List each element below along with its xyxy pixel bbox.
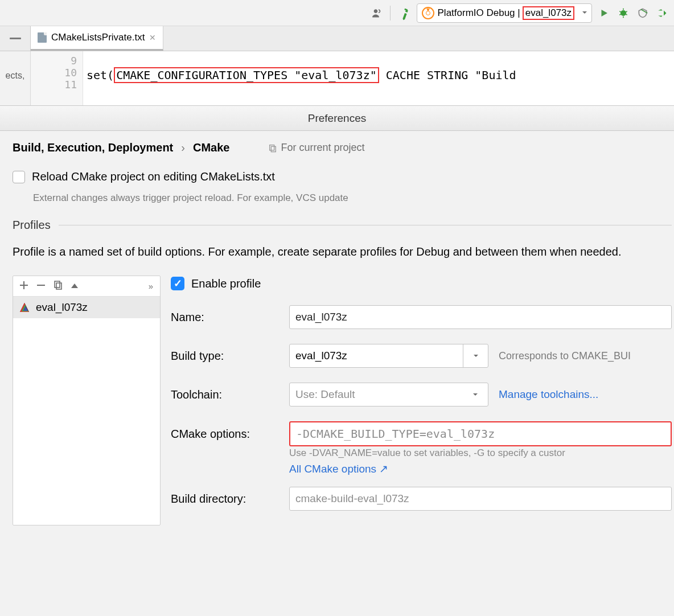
profiles-section-header: Profiles: [13, 219, 672, 232]
profile-list-toolbar: »: [13, 276, 160, 297]
editor-tabbar: CMakeListsPrivate.txt ✕: [0, 26, 674, 51]
crumb-page: CMake: [193, 141, 229, 154]
svg-rect-2: [270, 145, 274, 150]
builddir-input[interactable]: cmake-build-eval_l073z: [289, 487, 672, 511]
enable-profile-row[interactable]: ✓ Enable profile: [171, 277, 672, 290]
editor-area: ects, 9 10 11 set(CMAKE_CONFIGURATION_TY…: [0, 51, 674, 106]
cmakeopts-row: CMake options: -DCMAKE_BUILD_TYPE=eval_l…: [171, 421, 672, 446]
profile-form: ✓ Enable profile Name: eval_l073z Build …: [171, 276, 672, 525]
toolchain-label: Toolchain:: [171, 388, 279, 401]
divider: [59, 225, 672, 225]
profiles-intro-text: Profile is a named set of build options.…: [13, 243, 672, 261]
line-number: 10: [31, 67, 77, 79]
platformio-icon: [422, 7, 434, 19]
breadcrumb-trail[interactable]: ects,: [0, 51, 31, 105]
line-number: 11: [31, 79, 77, 91]
cmakeopts-label: CMake options:: [171, 428, 279, 441]
scope-indicator: For current project: [268, 142, 364, 154]
profile-list-empty: [13, 318, 160, 525]
reload-checkbox-row[interactable]: Reload CMake project on editing CMakeLis…: [13, 170, 672, 183]
reload-checkbox-label: Reload CMake project on editing CMakeLis…: [32, 170, 275, 183]
debug-icon[interactable]: [616, 6, 631, 20]
run-configuration-selector[interactable]: PlatformIO Debug | eval_l073z: [417, 3, 592, 23]
run-icon[interactable]: [597, 6, 611, 20]
copy-icon[interactable]: [54, 281, 62, 291]
main-toolbar: PlatformIO Debug | eval_l073z: [0, 0, 674, 26]
code-view[interactable]: set(CMAKE_CONFIGURATION_TYPES "eval_l073…: [83, 51, 674, 105]
dropdown-chevron-icon[interactable]: [463, 344, 488, 367]
svg-point-0: [620, 10, 626, 16]
profiles-label: Profiles: [13, 219, 51, 232]
build-icon[interactable]: [397, 6, 412, 20]
close-tab-icon[interactable]: ✕: [149, 33, 156, 42]
profile-run-icon[interactable]: [655, 6, 669, 20]
text-file-icon: [38, 32, 47, 43]
svg-rect-8: [56, 283, 61, 289]
manage-toolchains-link[interactable]: Manage toolchains...: [499, 388, 598, 401]
line-gutter: 9 10 11: [31, 51, 83, 105]
cmakeopts-input[interactable]: -DCMAKE_BUILD_TYPE=eval_l073z: [289, 421, 672, 446]
preferences-breadcrumb: Build, Execution, Deployment › CMake For…: [13, 141, 672, 154]
run-config-prefix: PlatformIO Debug |: [438, 7, 520, 19]
svg-rect-6: [37, 285, 45, 286]
dropdown-chevron-icon[interactable]: [463, 383, 488, 406]
line-number: 9: [31, 55, 77, 67]
cmakeopts-help: Use -DVAR_NAME=value to set variables, -…: [289, 447, 672, 475]
buildtype-combo[interactable]: eval_l073z: [289, 344, 488, 368]
name-label: Name:: [171, 311, 279, 324]
checkbox-checked[interactable]: ✓: [171, 277, 184, 290]
builddir-label: Build directory:: [171, 492, 279, 506]
run-config-target: eval_l073z: [523, 6, 574, 20]
enable-profile-label: Enable profile: [191, 277, 261, 290]
toolchain-value: Use: Default: [290, 388, 463, 401]
users-icon[interactable]: [368, 6, 383, 20]
preferences-panel: Build, Execution, Deployment › CMake For…: [0, 131, 674, 525]
builddir-row: Build directory: cmake-build-eval_l073z: [171, 487, 672, 511]
tab-filename: CMakeListsPrivate.txt: [51, 32, 145, 43]
reload-help-text: External changes always trigger project …: [33, 192, 672, 204]
dropdown-chevron-icon: [581, 7, 588, 19]
profile-list: » eval_l073z: [13, 276, 161, 525]
more-icon[interactable]: »: [149, 281, 153, 291]
profile-list-item[interactable]: eval_l073z: [13, 297, 160, 318]
coverage-icon[interactable]: [635, 6, 650, 20]
svg-rect-5: [20, 285, 28, 286]
svg-rect-3: [272, 146, 276, 151]
up-icon[interactable]: [71, 281, 78, 291]
preferences-title: Preferences: [0, 106, 674, 131]
checkbox-unchecked[interactable]: [13, 171, 25, 183]
buildtype-row: Build type: eval_l073z Corresponds to CM…: [171, 344, 672, 368]
chevron-right-icon: ›: [181, 141, 185, 154]
toolchain-combo[interactable]: Use: Default: [289, 383, 488, 406]
profile-item-label: eval_l073z: [36, 301, 88, 314]
all-cmake-options-link[interactable]: All CMake options ↗: [289, 462, 388, 475]
code-text: CACHE STRING "Build: [379, 68, 516, 82]
editor-tab[interactable]: CMakeListsPrivate.txt ✕: [31, 26, 163, 51]
minimize-tool-window-icon[interactable]: [0, 26, 31, 51]
remove-icon[interactable]: [37, 281, 45, 291]
code-highlight: CMAKE_CONFIGURATION_TYPES "eval_l073z": [114, 67, 379, 83]
crumb-category[interactable]: Build, Execution, Deployment: [13, 141, 173, 154]
toolbar-separator: [390, 6, 391, 20]
code-text: set(: [87, 68, 114, 82]
add-icon[interactable]: [20, 281, 28, 291]
buildtype-note: Corresponds to CMAKE_BUI: [499, 350, 631, 362]
name-input[interactable]: eval_l073z: [289, 305, 672, 329]
svg-rect-7: [55, 281, 60, 288]
cmake-profile-icon: [20, 302, 30, 313]
profile-editor-area: » eval_l073z ✓ Enable profile Name: eval…: [13, 276, 672, 525]
svg-rect-1: [10, 38, 21, 39]
buildtype-value: eval_l073z: [290, 350, 463, 362]
cmakeopts-help-text: Use -DVAR_NAME=value to set variables, -…: [289, 447, 672, 459]
toolchain-row: Toolchain: Use: Default Manage toolchain…: [171, 383, 672, 406]
name-row: Name: eval_l073z: [171, 305, 672, 329]
buildtype-label: Build type:: [171, 350, 279, 363]
